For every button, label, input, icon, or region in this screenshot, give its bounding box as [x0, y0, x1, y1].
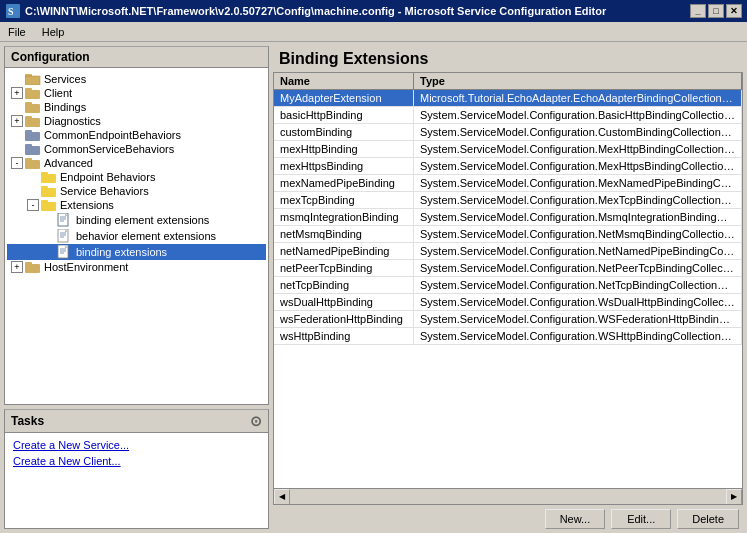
svg-rect-20: [41, 186, 48, 190]
bottom-buttons: New... Edit... Delete: [273, 505, 743, 529]
row-name: mexNamedPipeBinding: [274, 175, 414, 191]
tree-label-bindings: Bindings: [44, 101, 86, 113]
tree-item-host-environment[interactable]: + HostEnvironment: [7, 260, 266, 274]
expander-client[interactable]: +: [11, 87, 23, 99]
tree-label-binding-element-ext: binding element extensions: [76, 214, 209, 226]
tree-item-extensions[interactable]: - Extensions: [7, 198, 266, 212]
row-name: customBinding: [274, 124, 414, 140]
table-row[interactable]: MyAdapterExtension Microsoft.Tutorial.Ec…: [274, 90, 742, 107]
create-new-client-link[interactable]: Create a New Client...: [13, 455, 260, 467]
tree-label-diagnostics: Diagnostics: [44, 115, 101, 127]
row-type: System.ServiceModel.Configuration.NetPee…: [414, 260, 742, 276]
table-row[interactable]: wsFederationHttpBinding System.ServiceMo…: [274, 311, 742, 328]
table-row[interactable]: customBinding System.ServiceModel.Config…: [274, 124, 742, 141]
table-row[interactable]: netMsmqBinding System.ServiceModel.Confi…: [274, 226, 742, 243]
row-name: wsDualHttpBinding: [274, 294, 414, 310]
table-row[interactable]: netNamedPipeBinding System.ServiceModel.…: [274, 243, 742, 260]
row-name: mexHttpsBinding: [274, 158, 414, 174]
tree-label-behavior-element-ext: behavior element extensions: [76, 230, 216, 242]
horizontal-scrollbar[interactable]: ◀ ▶: [274, 488, 742, 504]
doc-icon-bindext: [57, 245, 73, 259]
tree-item-binding-extensions[interactable]: binding extensions: [7, 244, 266, 260]
folder-icon: [25, 73, 41, 85]
tree-label-binding-extensions: binding extensions: [76, 246, 167, 258]
maximize-button[interactable]: □: [708, 4, 724, 18]
menu-bar: File Help: [0, 22, 747, 42]
tree-label-host-environment: HostEnvironment: [44, 261, 128, 273]
row-type: System.ServiceModel.Configuration.MexHtt…: [414, 141, 742, 157]
expander-diagnostics[interactable]: +: [11, 115, 23, 127]
tree-item-bindings[interactable]: Bindings: [7, 100, 266, 114]
tasks-header: Tasks ⊙: [5, 410, 268, 433]
menu-file[interactable]: File: [4, 25, 30, 39]
svg-text:S: S: [8, 6, 14, 17]
row-type: System.ServiceModel.Configuration.NetTcp…: [414, 277, 742, 293]
table-row[interactable]: netTcpBinding System.ServiceModel.Config…: [274, 277, 742, 294]
tree-item-diagnostics[interactable]: + Diagnostics: [7, 114, 266, 128]
svg-rect-16: [25, 158, 32, 162]
row-type: System.ServiceModel.Configuration.WSHttp…: [414, 328, 742, 344]
tree-item-endpoint-behaviors[interactable]: Endpoint Behaviors: [7, 170, 266, 184]
table-body[interactable]: MyAdapterExtension Microsoft.Tutorial.Ec…: [274, 90, 742, 488]
tasks-label: Tasks: [11, 414, 44, 428]
tree-item-advanced[interactable]: - Advanced: [7, 156, 266, 170]
create-new-service-link[interactable]: Create a New Service...: [13, 439, 260, 451]
folder-icon-diagnostics: [25, 115, 41, 127]
tree-label-extensions: Extensions: [60, 199, 114, 211]
binding-extensions-header: Binding Extensions: [273, 46, 743, 72]
tree-item-services[interactable]: Services: [7, 72, 266, 86]
title-controls: _ □ ✕: [690, 4, 742, 18]
right-panel: Binding Extensions Name Type MyAdapterEx…: [273, 46, 743, 529]
svg-rect-8: [25, 102, 32, 106]
tree-item-behavior-element-ext[interactable]: behavior element extensions: [7, 228, 266, 244]
row-name: mexTcpBinding: [274, 192, 414, 208]
title-bar: S C:\WINNT\Microsoft.NET\Framework\v2.0.…: [0, 0, 747, 22]
tree-label-advanced: Advanced: [44, 157, 93, 169]
tree-label-endpoint-behaviors: Endpoint Behaviors: [60, 171, 155, 183]
new-button[interactable]: New...: [545, 509, 606, 529]
folder-icon-eb: [41, 171, 57, 183]
delete-button[interactable]: Delete: [677, 509, 739, 529]
table-row[interactable]: netPeerTcpBinding System.ServiceModel.Co…: [274, 260, 742, 277]
table-row[interactable]: basicHttpBinding System.ServiceModel.Con…: [274, 107, 742, 124]
row-type: System.ServiceModel.Configuration.NetMsm…: [414, 226, 742, 242]
doc-icon-behext: [57, 229, 73, 243]
table-row[interactable]: wsDualHttpBinding System.ServiceModel.Co…: [274, 294, 742, 311]
expander-host[interactable]: +: [11, 261, 23, 273]
table-row[interactable]: mexTcpBinding System.ServiceModel.Config…: [274, 192, 742, 209]
minimize-button[interactable]: _: [690, 4, 706, 18]
table-header-row: Name Type: [274, 73, 742, 90]
table-row[interactable]: mexNamedPipeBinding System.ServiceModel.…: [274, 175, 742, 192]
table-row[interactable]: mexHttpsBinding System.ServiceModel.Conf…: [274, 158, 742, 175]
expander-extensions[interactable]: -: [27, 199, 39, 211]
svg-rect-22: [41, 200, 48, 204]
app-icon: S: [5, 3, 21, 19]
tree-label-common-endpoint: CommonEndpointBehaviors: [44, 129, 181, 141]
row-name: MyAdapterExtension: [274, 90, 414, 106]
row-name: netNamedPipeBinding: [274, 243, 414, 259]
tree-item-service-behaviors[interactable]: Service Behaviors: [7, 184, 266, 198]
folder-icon-ceb: [25, 129, 41, 141]
row-type: System.ServiceModel.Configuration.WsDual…: [414, 294, 742, 310]
tree-content: Services + Client: [5, 68, 268, 278]
close-button[interactable]: ✕: [726, 4, 742, 18]
col-header-name: Name: [274, 73, 414, 89]
tree-item-common-service[interactable]: CommonServiceBehaviors: [7, 142, 266, 156]
tasks-icon: ⊙: [250, 413, 262, 429]
table-row[interactable]: mexHttpBinding System.ServiceModel.Confi…: [274, 141, 742, 158]
table-row[interactable]: wsHttpBinding System.ServiceModel.Config…: [274, 328, 742, 345]
menu-help[interactable]: Help: [38, 25, 69, 39]
expander-advanced[interactable]: -: [11, 157, 23, 169]
tree-item-client[interactable]: + Client: [7, 86, 266, 100]
scroll-track[interactable]: [306, 491, 710, 503]
binding-extensions-table: Name Type MyAdapterExtension Microsoft.T…: [273, 72, 743, 505]
row-name: basicHttpBinding: [274, 107, 414, 123]
scroll-right-button[interactable]: ▶: [726, 489, 742, 505]
edit-button[interactable]: Edit...: [611, 509, 671, 529]
scroll-left-button[interactable]: ◀: [274, 489, 290, 505]
row-name: netMsmqBinding: [274, 226, 414, 242]
table-row[interactable]: msmqIntegrationBinding System.ServiceMod…: [274, 209, 742, 226]
tree-item-binding-element-ext[interactable]: binding element extensions: [7, 212, 266, 228]
tree-item-common-endpoint[interactable]: CommonEndpointBehaviors: [7, 128, 266, 142]
folder-icon-advanced: [25, 157, 41, 169]
